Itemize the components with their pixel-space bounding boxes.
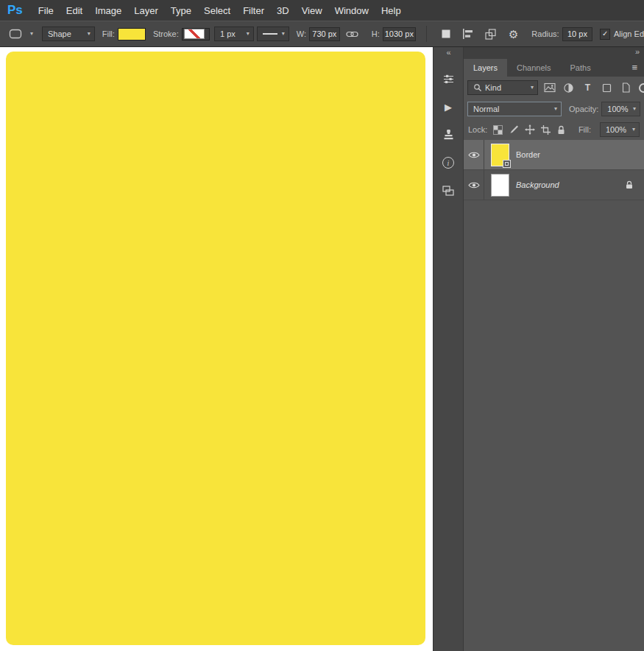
- menu-type[interactable]: Type: [171, 5, 191, 16]
- chevron-down-icon: ▾: [628, 127, 635, 133]
- clone-source-panel-icon[interactable]: [434, 127, 463, 143]
- menu-view[interactable]: View: [302, 5, 322, 16]
- height-label: H:: [372, 29, 380, 38]
- rounded-rectangle-tool-icon: [7, 26, 24, 42]
- tab-paths[interactable]: Paths: [561, 59, 601, 77]
- filter-adjustment-layers-icon[interactable]: [561, 81, 576, 95]
- layer-filter-row: Kind ▾ T: [464, 77, 644, 99]
- locked-icon: [625, 180, 634, 189]
- filter-shape-layers-icon[interactable]: [599, 81, 615, 95]
- stroke-width-value: 1 px: [220, 29, 236, 38]
- divider: [426, 26, 427, 42]
- menu-window[interactable]: Window: [335, 5, 369, 16]
- document-canvas[interactable]: [0, 47, 433, 651]
- lock-label: Lock:: [468, 125, 487, 134]
- play-icon: ▶: [445, 102, 452, 112]
- menu-layer[interactable]: Layer: [134, 5, 158, 16]
- blend-mode-select[interactable]: Normal ▾: [467, 102, 562, 116]
- shape-layer-badge: [503, 160, 511, 168]
- link-dimensions-icon[interactable]: [346, 29, 358, 39]
- fill-amount-select[interactable]: 100% ▾: [600, 122, 640, 137]
- path-arrangement-icon[interactable]: [485, 29, 497, 40]
- chevron-down-icon: ▾: [26, 31, 33, 37]
- eye-icon: [468, 181, 480, 189]
- panel-dock-collapsed: « ▶ i: [433, 47, 464, 651]
- filter-kind-value: Kind: [485, 83, 501, 92]
- blend-row: Normal ▾ Opacity: 100% ▾: [464, 99, 644, 119]
- no-color-icon: [184, 29, 205, 39]
- tool-preset-picker[interactable]: ▾: [7, 26, 33, 42]
- tab-channels[interactable]: Channels: [507, 59, 560, 77]
- layer-comps-panel-icon[interactable]: [434, 183, 463, 199]
- info-icon: i: [442, 157, 454, 169]
- type-letter-icon: T: [585, 82, 590, 93]
- panel-menu-icon[interactable]: ≡: [631, 62, 644, 73]
- align-edges-label: Align Ed: [614, 29, 644, 38]
- layer-thumbnail[interactable]: [491, 144, 509, 166]
- height-input[interactable]: 1030 px: [383, 27, 416, 41]
- blend-mode-value: Normal: [473, 105, 499, 113]
- layer-row-border[interactable]: Border: [464, 140, 644, 170]
- stroke-label: Stroke:: [153, 29, 179, 38]
- lock-all-icon[interactable]: [556, 125, 566, 135]
- collapse-dock-arrows[interactable]: «: [434, 47, 463, 59]
- layer-name[interactable]: Border: [516, 150, 540, 159]
- menu-image[interactable]: Image: [95, 5, 121, 16]
- menu-filter[interactable]: Filter: [243, 5, 264, 16]
- layer-thumbnail[interactable]: [491, 174, 509, 197]
- rounded-rectangle-shape[interactable]: [6, 52, 425, 645]
- menu-file[interactable]: File: [38, 5, 54, 16]
- path-alignment-icon[interactable]: [462, 29, 473, 39]
- tool-mode-value: Shape: [48, 29, 71, 38]
- lock-position-icon[interactable]: [525, 124, 535, 135]
- solid-line-icon: [263, 33, 277, 35]
- radius-input[interactable]: 10 px: [562, 27, 593, 41]
- fill-color-swatch[interactable]: [118, 28, 146, 41]
- panel-tab-bar: Layers Channels Paths ≡: [464, 57, 644, 77]
- chevron-down-icon: ▾: [629, 106, 636, 112]
- layer-row-background[interactable]: Background: [464, 170, 644, 200]
- tab-layers[interactable]: Layers: [464, 59, 507, 77]
- gear-icon[interactable]: ⚙: [509, 29, 518, 40]
- stroke-width-select[interactable]: 1 px ▾: [214, 27, 254, 41]
- lock-pixels-icon[interactable]: [509, 124, 519, 135]
- path-operations-icon[interactable]: [442, 29, 450, 38]
- filter-smart-objects-icon[interactable]: [618, 81, 634, 95]
- width-input[interactable]: 730 px: [309, 27, 340, 41]
- tool-mode-select[interactable]: Shape ▾: [42, 27, 95, 41]
- opacity-label: Opacity:: [569, 105, 598, 113]
- menu-select[interactable]: Select: [204, 5, 230, 16]
- check-icon: ✓: [602, 30, 608, 38]
- chevron-down-icon: ▾: [550, 106, 557, 112]
- expand-panel-arrows[interactable]: »: [635, 47, 639, 56]
- menu-edit[interactable]: Edit: [66, 5, 82, 16]
- filter-kind-select[interactable]: Kind ▾: [467, 80, 538, 95]
- lock-row: Lock: Fill: 100% ▾: [464, 119, 644, 140]
- stroke-color-swatch[interactable]: [182, 28, 210, 41]
- menu-help[interactable]: Help: [381, 5, 401, 16]
- opacity-select[interactable]: 100% ▾: [601, 102, 640, 116]
- filter-pixel-layers-icon[interactable]: [542, 81, 557, 95]
- menu-3d[interactable]: 3D: [277, 5, 289, 16]
- radius-label: Radius:: [531, 29, 559, 38]
- lock-artboard-icon[interactable]: [541, 125, 551, 135]
- eye-icon: [468, 151, 480, 159]
- layers-panel-group: » Layers Channels Paths ≡ Kind ▾ T: [464, 47, 644, 651]
- chevron-down-icon: ▾: [526, 85, 534, 91]
- filter-toggle-icon[interactable]: [639, 83, 644, 93]
- actions-panel-icon[interactable]: ▶: [434, 99, 463, 115]
- filter-type-layers-icon[interactable]: T: [580, 81, 595, 95]
- panel-top-strip: »: [464, 47, 644, 57]
- align-edges-checkbox[interactable]: ✓: [600, 29, 610, 40]
- width-label: W:: [297, 29, 306, 38]
- opacity-value: 100%: [607, 105, 628, 113]
- options-bar: ▾ Shape ▾ Fill: Stroke: 1 px ▾ ▾ W: 730 …: [0, 21, 644, 47]
- visibility-toggle[interactable]: [464, 140, 484, 169]
- menu-bar: Ps File Edit Image Layer Type Select Fil…: [0, 0, 644, 21]
- visibility-toggle[interactable]: [464, 170, 484, 200]
- lock-transparency-icon[interactable]: [493, 125, 503, 135]
- stroke-style-select[interactable]: ▾: [257, 27, 289, 41]
- properties-panel-icon[interactable]: [434, 71, 463, 87]
- info-panel-icon[interactable]: i: [434, 155, 463, 171]
- layer-name[interactable]: Background: [516, 180, 559, 189]
